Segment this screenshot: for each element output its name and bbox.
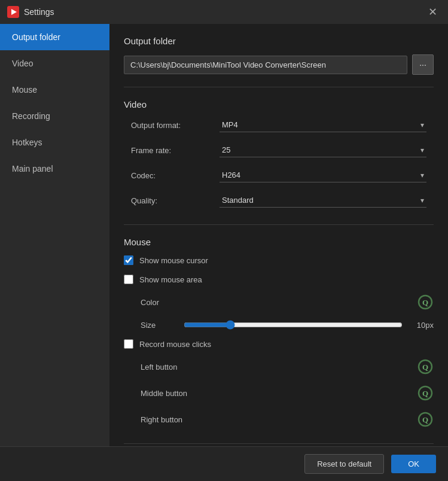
ok-button[interactable]: OK — [391, 455, 436, 473]
quality-select[interactable]: Standard High Low — [220, 193, 426, 207]
output-format-select[interactable]: MP4 AVI MOV — [220, 118, 426, 132]
close-button[interactable]: ✕ — [424, 4, 441, 20]
app-icon — [7, 6, 19, 18]
browse-icon: ··· — [419, 60, 426, 69]
left-button-label: Left button — [141, 363, 412, 372]
quality-label: Quality: — [131, 196, 215, 205]
right-button-label: Right button — [141, 415, 412, 424]
size-slider-area — [184, 320, 403, 330]
sidebar-item-recording[interactable]: Recording — [0, 103, 109, 129]
title-bar: Settings ✕ — [0, 0, 448, 24]
output-folder-section: Output folder ··· — [124, 36, 434, 75]
codec-label: Codec: — [131, 171, 215, 180]
sidebar-item-main-panel[interactable]: Main panel — [0, 156, 109, 182]
divider-3 — [124, 443, 434, 444]
content-area: Output folder ··· Video Output format: M… — [109, 24, 448, 446]
size-slider[interactable] — [184, 320, 403, 330]
codec-select[interactable]: H264 H265 — [220, 168, 426, 182]
show-area-checkbox[interactable] — [124, 275, 133, 284]
video-section: Video Output format: MP4 AVI MOV ▾ Frame… — [124, 99, 434, 212]
mouse-section-title: Mouse — [124, 237, 434, 247]
right-button-row: Right button Q — [124, 407, 434, 431]
right-button-color-icon[interactable]: Q — [417, 411, 434, 428]
svg-text:Q: Q — [422, 415, 428, 424]
color-icon[interactable]: Q — [417, 294, 434, 310]
left-button-color-icon[interactable]: Q — [417, 358, 434, 375]
show-cursor-row: Show mouse cursor — [124, 252, 434, 269]
sidebar-item-video[interactable]: Video — [0, 50, 109, 77]
size-value: 10px — [410, 321, 434, 330]
quality-row: Quality: Standard High Low ▾ — [124, 188, 434, 212]
record-clicks-row: Record mouse clicks — [124, 336, 434, 352]
mouse-section: Mouse Show mouse cursor Show mouse area … — [124, 237, 434, 431]
size-label: Size — [141, 321, 176, 330]
middle-button-label: Middle button — [141, 389, 412, 398]
output-folder-title: Output folder — [124, 36, 434, 46]
show-area-label: Show mouse area — [139, 275, 202, 284]
middle-button-color-icon[interactable]: Q — [417, 385, 434, 401]
output-format-label: Output format: — [131, 121, 215, 130]
svg-text:Q: Q — [422, 298, 428, 307]
frame-rate-select[interactable]: 25 30 60 — [220, 143, 426, 157]
sidebar-item-hotkeys[interactable]: Hotkeys — [0, 129, 109, 156]
color-swatch-area: Q — [193, 294, 434, 310]
sidebar-item-mouse[interactable]: Mouse — [0, 77, 109, 103]
codec-select-wrapper: H264 H265 ▾ — [220, 168, 426, 182]
video-section-title: Video — [124, 99, 434, 109]
record-clicks-label: Record mouse clicks — [139, 340, 211, 349]
folder-browse-button[interactable]: ··· — [412, 54, 434, 75]
show-area-row: Show mouse area — [124, 271, 434, 288]
sidebar: Output folder Video Mouse Recording Hotk… — [0, 24, 109, 446]
bottom-bar: Reset to default OK — [0, 446, 448, 481]
svg-text:Q: Q — [422, 363, 428, 372]
reset-to-default-button[interactable]: Reset to default — [304, 454, 384, 474]
frame-rate-select-wrapper: 25 30 60 ▾ — [220, 143, 426, 157]
folder-path-input[interactable] — [124, 56, 407, 74]
window-title: Settings — [24, 7, 54, 17]
left-button-row: Left button Q — [124, 355, 434, 379]
svg-text:Q: Q — [422, 389, 428, 398]
show-cursor-checkbox[interactable] — [124, 255, 133, 265]
color-label: Color — [141, 298, 188, 307]
output-format-row: Output format: MP4 AVI MOV ▾ — [124, 113, 434, 137]
show-cursor-label: Show mouse cursor — [139, 256, 208, 265]
quality-select-wrapper: Standard High Low ▾ — [220, 193, 426, 208]
divider-1 — [124, 87, 434, 87]
output-folder-row: ··· — [124, 54, 434, 75]
frame-rate-label: Frame rate: — [131, 146, 215, 155]
output-format-select-wrapper: MP4 AVI MOV ▾ — [220, 118, 426, 132]
title-bar-left: Settings — [7, 6, 54, 18]
codec-row: Codec: H264 H265 ▾ — [124, 163, 434, 187]
main-content: Output folder Video Mouse Recording Hotk… — [0, 24, 448, 446]
size-row: Size 10px — [124, 316, 434, 333]
middle-button-row: Middle button Q — [124, 381, 434, 405]
color-row: Color Q — [124, 290, 434, 314]
sidebar-item-output-folder[interactable]: Output folder — [0, 24, 109, 50]
record-clicks-checkbox[interactable] — [124, 339, 133, 349]
frame-rate-row: Frame rate: 25 30 60 ▾ — [124, 138, 434, 162]
divider-2 — [124, 224, 434, 225]
